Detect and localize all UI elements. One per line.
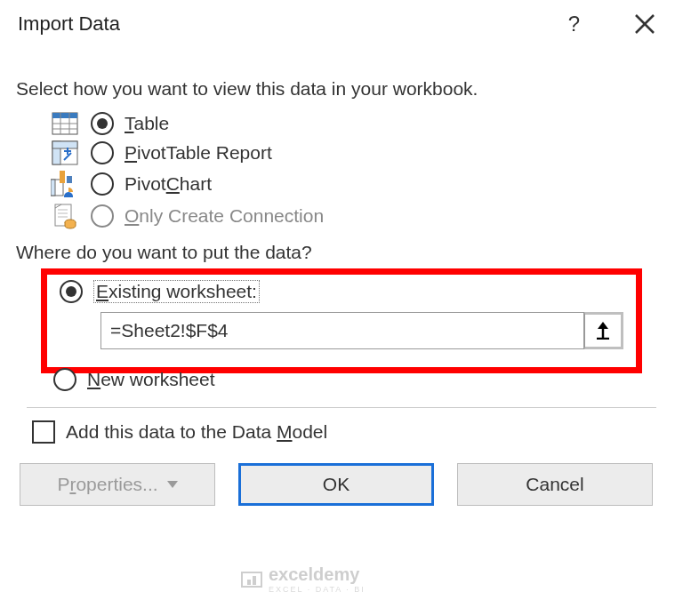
ok-button-label: OK	[323, 474, 350, 495]
data-model-row[interactable]: Add this data to the Data Model	[16, 420, 667, 444]
button-bar: Properties... OK Cancel	[0, 463, 683, 522]
option-connection-label: Only Create Connection	[125, 205, 324, 227]
close-icon	[633, 12, 656, 36]
properties-button: Properties...	[20, 463, 215, 506]
svg-rect-13	[60, 171, 65, 183]
close-button[interactable]	[624, 9, 665, 39]
dropdown-caret-icon	[167, 481, 178, 488]
existing-worksheet-row[interactable]: Existing worksheet:	[60, 280, 623, 303]
watermark-sub: EXCEL · DATA · BI	[269, 585, 366, 594]
radio-pivotchart[interactable]	[91, 172, 114, 196]
range-picker-button[interactable]	[584, 312, 623, 349]
table-icon	[50, 112, 80, 135]
radio-pivottable[interactable]	[91, 141, 114, 164]
svg-rect-10	[52, 141, 77, 148]
watermark-icon	[240, 569, 263, 590]
reference-row	[100, 312, 623, 349]
cancel-button[interactable]: Cancel	[457, 463, 653, 506]
radio-new-worksheet[interactable]	[53, 368, 76, 391]
existing-worksheet-label: Existing worksheet:	[93, 280, 260, 303]
svg-rect-3	[52, 113, 77, 118]
radio-existing-worksheet[interactable]	[60, 280, 83, 303]
help-button[interactable]: ?	[568, 12, 580, 36]
checkbox-data-model[interactable]	[32, 420, 55, 444]
svg-rect-24	[247, 580, 251, 585]
properties-button-label: Properties...	[57, 474, 157, 495]
location-prompt: Where do you want to put the data?	[16, 242, 667, 263]
separator	[27, 407, 656, 408]
svg-rect-14	[67, 176, 72, 183]
new-worksheet-row[interactable]: New worksheet	[16, 368, 667, 391]
option-pivotchart-label: PivotChart	[125, 173, 212, 195]
option-table[interactable]: Table	[16, 112, 667, 135]
pivotchart-icon	[50, 171, 80, 197]
pivottable-icon	[50, 140, 80, 165]
option-pivottable-label: PivotTable Report	[125, 142, 272, 164]
reference-input[interactable]	[100, 312, 584, 349]
import-data-dialog: Import Data ? Select how you want to vie…	[0, 0, 683, 522]
svg-rect-12	[51, 180, 55, 196]
ok-button[interactable]: OK	[238, 463, 434, 506]
view-prompt: Select how you want to view this data in…	[16, 78, 667, 100]
existing-worksheet-group: Existing worksheet:	[41, 268, 642, 373]
radio-table[interactable]	[91, 112, 114, 135]
svg-marker-21	[598, 322, 608, 329]
watermark-brand: exceldemy	[269, 564, 359, 584]
dialog-body: Select how you want to view this data in…	[0, 78, 683, 444]
watermark: exceldemy EXCEL · DATA · BI	[240, 564, 366, 594]
option-pivotchart[interactable]: PivotChart	[16, 171, 667, 197]
option-connection[interactable]: Only Create Connection	[16, 203, 667, 229]
svg-rect-25	[253, 576, 256, 585]
titlebar: Import Data ?	[0, 0, 683, 46]
data-model-label: Add this data to the Data Model	[66, 421, 327, 443]
radio-connection[interactable]	[91, 204, 114, 228]
range-picker-icon	[595, 322, 611, 340]
dialog-title: Import Data	[18, 12, 568, 36]
option-table-label: Table	[125, 113, 169, 134]
new-worksheet-label: New worksheet	[87, 369, 215, 390]
svg-rect-23	[242, 572, 261, 587]
option-pivottable[interactable]: PivotTable Report	[16, 140, 667, 165]
cancel-button-label: Cancel	[526, 474, 583, 495]
connection-icon	[50, 203, 80, 229]
